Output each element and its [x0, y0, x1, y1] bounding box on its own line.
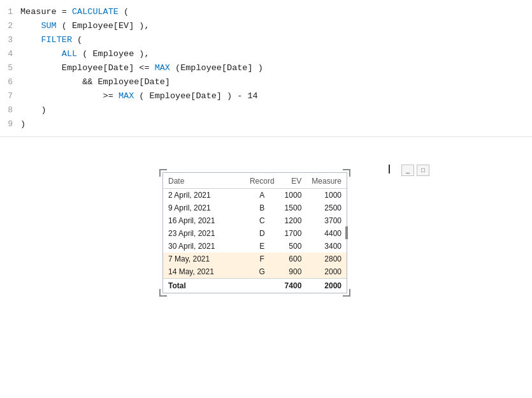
cell-record: B: [245, 202, 280, 214]
code-content: ): [20, 117, 25, 131]
data-table: Date Record EV Measure 2 April, 2021 A 1…: [163, 173, 347, 293]
cell-measure: 4400: [306, 227, 347, 240]
code-content: >= MAX ( Employee[Date] ) - 14: [20, 89, 258, 103]
line-number: 5: [0, 61, 13, 75]
cell-measure: 2800: [306, 253, 347, 265]
code-line-8: 8 ): [0, 103, 532, 117]
cell-ev: 900: [280, 265, 307, 279]
code-line-2: 2 SUM ( Employee[EV] ),: [0, 19, 532, 33]
cell-record: E: [245, 240, 280, 253]
line-number: 3: [0, 33, 13, 47]
code-line-7: 7 >= MAX ( Employee[Date] ) - 14: [0, 89, 532, 103]
resize-handle-br[interactable]: [343, 289, 350, 297]
resize-handle-tr[interactable]: [343, 169, 350, 177]
line-number: 7: [0, 89, 13, 103]
line-number: 4: [0, 47, 13, 61]
line-number: 1: [0, 5, 13, 19]
cell-record: A: [245, 189, 280, 202]
resize-handle-tl[interactable]: [159, 169, 167, 177]
cell-date: 30 April, 2021: [163, 240, 245, 253]
cell-ev: 1500: [280, 202, 307, 214]
code-line-5: 5 Employee[Date] <= MAX (Employee[Date] …: [0, 61, 532, 75]
cell-date: 2 April, 2021: [163, 189, 245, 202]
cell-record: D: [245, 227, 280, 240]
data-table-container: Date Record EV Measure 2 April, 2021 A 1…: [162, 172, 347, 293]
col-header-measure: Measure: [306, 173, 347, 189]
footer-ev: 7400: [280, 279, 307, 293]
cell-date: 16 April, 2021: [163, 214, 245, 227]
toolbar-icon-2[interactable]: □: [417, 165, 429, 176]
cell-date: 9 April, 2021: [163, 202, 245, 214]
cell-ev: 600: [280, 253, 307, 265]
cell-date: 23 April, 2021: [163, 227, 245, 240]
cell-date: 7 May, 2021: [163, 253, 245, 265]
panel-toolbar: ⎯ □: [401, 165, 429, 176]
cell-measure: 2000: [306, 265, 347, 279]
cell-record: F: [245, 253, 280, 265]
resize-handle-bl[interactable]: [159, 289, 167, 297]
code-content: Measure = CALCULATE (: [20, 5, 129, 19]
table-row: 9 April, 2021 B 1500 2500: [163, 202, 347, 214]
footer-record-empty: [245, 279, 280, 293]
code-content: SUM ( Employee[EV] ),: [20, 19, 150, 33]
cell-ev: 1200: [280, 214, 307, 227]
code-line-9: 9 ): [0, 117, 532, 131]
code-content: && Employee[Date]: [20, 75, 170, 89]
table-row-highlighted: 14 May, 2021 G 900 2000: [163, 265, 347, 279]
table-footer-row: Total 7400 2000: [163, 279, 347, 293]
line-number: 9: [0, 117, 13, 131]
cell-measure: 3700: [306, 214, 347, 227]
code-line-4: 4 ALL ( Employee ),: [0, 47, 532, 61]
table-row: 30 April, 2021 E 500 3400: [163, 240, 347, 253]
code-content: FILTER (: [20, 33, 82, 47]
cell-record: G: [245, 265, 280, 279]
code-line-6: 6 && Employee[Date]: [0, 75, 532, 89]
code-line-3: 3 FILTER (: [0, 33, 532, 47]
col-header-ev: EV: [280, 173, 307, 189]
cell-record: C: [245, 214, 280, 227]
line-number: 8: [0, 103, 13, 117]
resize-handle-right[interactable]: [345, 226, 348, 239]
table-row: 16 April, 2021 C 1200 3700: [163, 214, 347, 227]
text-cursor: [389, 165, 390, 173]
table-row-highlighted: 7 May, 2021 F 600 2800: [163, 253, 347, 265]
table-row: 2 April, 2021 A 1000 1000: [163, 189, 347, 202]
cell-measure: 1000: [306, 189, 347, 202]
table-row: 23 April, 2021 D 1700 4400: [163, 227, 347, 240]
cell-ev: 1700: [280, 227, 307, 240]
cell-measure: 3400: [306, 240, 347, 253]
line-number: 2: [0, 19, 13, 33]
cell-ev: 500: [280, 240, 307, 253]
cell-ev: 1000: [280, 189, 307, 202]
footer-label: Total: [163, 279, 245, 293]
code-line-1: 1 Measure = CALCULATE (: [0, 5, 532, 19]
col-header-date: Date: [163, 173, 245, 189]
code-editor[interactable]: 1 Measure = CALCULATE ( 2 SUM ( Employee…: [0, 0, 532, 137]
cell-measure: 2500: [306, 202, 347, 214]
code-content: ALL ( Employee ),: [20, 47, 150, 61]
col-header-record: Record: [245, 173, 280, 189]
code-content: ): [20, 103, 47, 117]
code-content: Employee[Date] <= MAX (Employee[Date] ): [20, 61, 263, 75]
cell-date: 14 May, 2021: [163, 265, 245, 279]
line-number: 6: [0, 75, 13, 89]
footer-measure: 2000: [306, 279, 347, 293]
toolbar-icon-1[interactable]: ⎯: [401, 165, 414, 176]
